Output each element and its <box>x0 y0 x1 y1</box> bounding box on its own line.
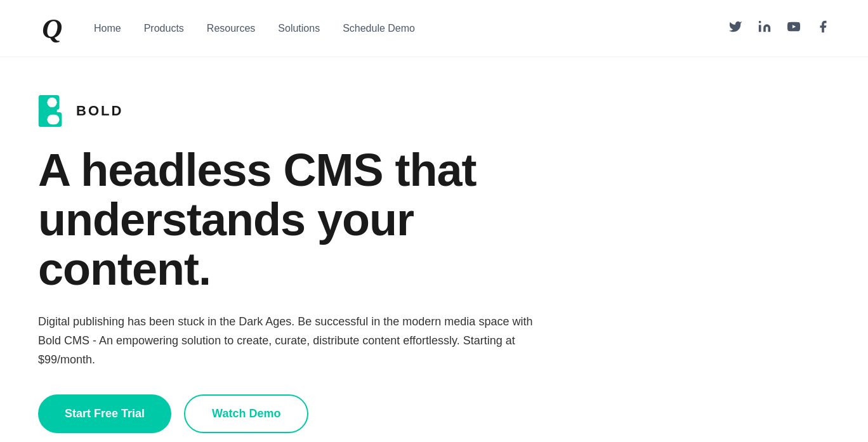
brand-badge: BOLD <box>38 95 533 127</box>
youtube-icon[interactable] <box>787 20 801 37</box>
nav-item-resources[interactable]: Resources <box>207 23 255 34</box>
nav-link-schedule-demo[interactable]: Schedule Demo <box>343 23 415 34</box>
nav-links: Home Products Resources Solutions Schedu… <box>94 23 415 34</box>
watch-demo-button[interactable]: Watch Demo <box>184 394 308 433</box>
brand-name: BOLD <box>76 103 123 119</box>
svg-point-1 <box>759 21 761 23</box>
nav-item-home[interactable]: Home <box>94 23 121 34</box>
hero-title: A headless CMS that understands your con… <box>38 146 533 294</box>
nav-item-schedule-demo[interactable]: Schedule Demo <box>343 23 415 34</box>
bold-b-logo-icon <box>38 95 67 127</box>
navbar-right <box>728 20 830 37</box>
start-free-trial-button[interactable]: Start Free Trial <box>38 394 171 433</box>
svg-rect-7 <box>47 115 59 124</box>
nav-link-solutions[interactable]: Solutions <box>278 23 320 34</box>
navbar: Q Home Products Resources Solutions Sche… <box>0 0 868 57</box>
cta-buttons: Start Free Trial Watch Demo <box>38 394 533 433</box>
nav-item-products[interactable]: Products <box>144 23 184 34</box>
nav-link-products[interactable]: Products <box>144 23 184 34</box>
logo[interactable]: Q <box>38 13 69 44</box>
nav-item-solutions[interactable]: Solutions <box>278 23 320 34</box>
facebook-icon[interactable] <box>816 20 830 37</box>
navbar-left: Q Home Products Resources Solutions Sche… <box>38 13 415 44</box>
nav-link-resources[interactable]: Resources <box>207 23 255 34</box>
linkedin-icon[interactable] <box>758 20 772 37</box>
hero-description: Digital publishing has been stuck in the… <box>38 313 533 369</box>
svg-rect-6 <box>47 98 56 107</box>
hero-section: BOLD A headless CMS that understands you… <box>0 57 571 433</box>
nav-link-home[interactable]: Home <box>94 23 121 34</box>
twitter-icon[interactable] <box>728 20 742 37</box>
svg-text:Q: Q <box>42 13 62 44</box>
